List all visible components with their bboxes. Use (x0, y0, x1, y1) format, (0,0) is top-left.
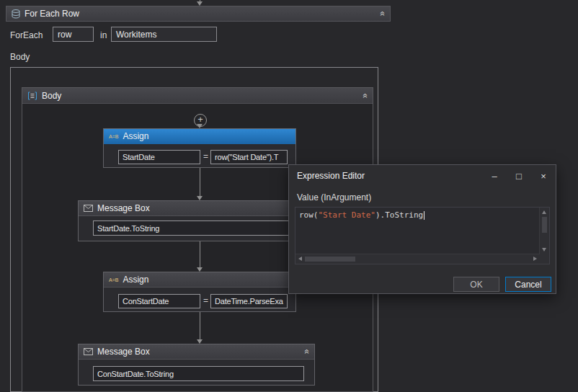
assign-value-field[interactable]: DateTime.ParseExa (210, 294, 288, 308)
connector-line (200, 312, 200, 339)
assign-to-field[interactable]: ConStartDate (118, 294, 200, 308)
messagebox-header[interactable]: Message Box » (79, 201, 314, 216)
expression-input[interactable]: row("Start Date").ToString (295, 207, 550, 264)
sequence-icon (27, 92, 37, 100)
vertical-scrollbar[interactable] (539, 208, 549, 254)
connector-line (200, 168, 200, 196)
assign-icon: A=B (109, 277, 118, 282)
collection-input[interactable]: Workitems (111, 27, 217, 42)
workflow-designer: For Each Row » ForEach row in Workitems … (0, 0, 578, 392)
maximize-icon[interactable]: □ (507, 167, 531, 184)
body-sequence-title: Body (42, 91, 61, 101)
dialog-title: Expression Editor (297, 171, 365, 181)
activity-messagebox-startdate: Message Box » StartDate.ToString (78, 200, 315, 241)
scrollbar-thumb[interactable] (305, 257, 355, 262)
for-each-row-icon (12, 9, 20, 19)
assign-title: Assign (123, 131, 148, 141)
envelope-icon (84, 205, 93, 212)
body-label: Body (10, 52, 30, 62)
for-each-row-header[interactable]: For Each Row » (6, 6, 391, 22)
foreach-variable-input[interactable]: row (53, 27, 94, 42)
expression-editor-dialog: Expression Editor – □ × Value (InArgumen… (288, 164, 556, 294)
expression-text: row("Start Date").ToString (299, 210, 424, 220)
scroll-left-icon[interactable] (298, 257, 302, 261)
ok-button[interactable]: OK (453, 277, 499, 292)
close-icon[interactable]: × (531, 167, 556, 184)
activity-assign-startdate: A=B Assign StartDate = row("Start Date")… (103, 128, 296, 168)
assign-header[interactable]: A=B Assign (104, 129, 295, 144)
assign-to-field[interactable]: StartDate (118, 150, 200, 164)
equals-sign: = (203, 151, 208, 161)
connector-line (200, 241, 200, 267)
collapse-icon[interactable]: » (378, 12, 387, 17)
in-label: in (100, 30, 107, 40)
messagebox-text-field[interactable]: StartDate.ToString (93, 220, 304, 236)
foreach-label: ForEach (10, 30, 43, 40)
scrollbar-thumb[interactable] (542, 217, 547, 233)
text-cursor (424, 211, 424, 220)
messagebox-title: Message Box (97, 347, 150, 357)
activity-messagebox-constartdate: Message Box » ConStartDate.ToString (78, 344, 315, 386)
collapse-icon[interactable]: » (303, 349, 311, 355)
assign-title: Assign (123, 275, 148, 285)
value-inargument-label: Value (InArgument) (297, 192, 371, 202)
envelope-icon (84, 348, 93, 355)
cancel-button[interactable]: Cancel (505, 277, 551, 292)
for-each-row-title: For Each Row (25, 9, 79, 19)
minimize-icon[interactable]: – (482, 167, 507, 184)
scroll-right-icon[interactable] (533, 257, 537, 261)
assign-value-field[interactable]: row("Start Date").T (210, 150, 288, 164)
messagebox-text-field[interactable]: ConStartDate.ToString (93, 366, 304, 381)
messagebox-header[interactable]: Message Box » (79, 344, 314, 360)
scrollbar-corner (540, 254, 549, 264)
horizontal-scrollbar[interactable] (295, 254, 540, 264)
dialog-titlebar[interactable]: Expression Editor – □ × (289, 165, 556, 187)
collapse-icon[interactable]: » (361, 93, 370, 98)
assign-icon: A=B (109, 134, 118, 139)
activity-assign-constartdate: A=B Assign ConStartDate = DateTime.Parse… (103, 272, 296, 312)
body-sequence-header[interactable]: Body » (22, 88, 373, 104)
scroll-up-icon[interactable] (542, 210, 546, 214)
equals-sign: = (203, 295, 208, 306)
messagebox-title: Message Box (97, 203, 150, 213)
assign-header[interactable]: A=B Assign (104, 272, 295, 288)
scroll-down-icon[interactable] (542, 248, 546, 251)
